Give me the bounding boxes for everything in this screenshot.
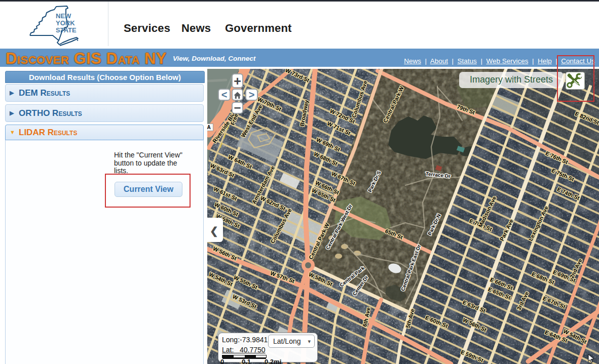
svg-text:NEW: NEW bbox=[56, 12, 71, 20]
svg-text:YORK: YORK bbox=[56, 19, 75, 27]
svg-text:STATE: STATE bbox=[56, 26, 77, 34]
